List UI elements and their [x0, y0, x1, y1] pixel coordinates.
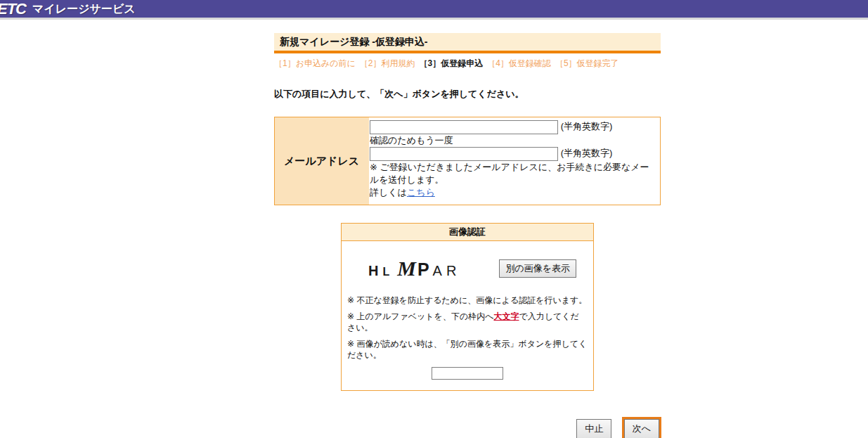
breadcrumb-steps: ［1］お申込みの前に［2］利用規約［3］仮登録申込［4］仮登録確認［5］仮登録完…	[274, 58, 661, 70]
action-buttons: 中止 次へ	[274, 419, 661, 438]
captcha-letter: R	[446, 263, 456, 279]
email-confirm-input[interactable]	[370, 147, 558, 161]
step-2: ［2］利用規約	[360, 58, 415, 68]
step-4: ［4］仮登録確認	[487, 58, 551, 68]
instruction-text: 以下の項目に入力して、「次へ」ボタンを押してください。	[274, 88, 661, 101]
cancel-button[interactable]: 中止	[576, 419, 611, 438]
captcha-input[interactable]	[432, 367, 503, 380]
page-title: 新規マイレージ登録 -仮登録申込-	[274, 33, 661, 53]
more-info-link[interactable]: こちら	[407, 187, 435, 198]
captcha-title: 画像認証	[342, 224, 593, 241]
more-info-prefix: 詳しくは	[370, 187, 407, 198]
step-5: ［5］仮登録完了	[555, 58, 619, 68]
main-content: 新規マイレージ登録 -仮登録申込- ［1］お申込みの前に［2］利用規約［3］仮登…	[274, 33, 661, 438]
site-header: ETC マイレージサービス	[0, 0, 868, 20]
email-notice-text: ※ ご登録いただきましたメールアドレスに、お手続きに必要なメールを送付します。	[370, 162, 649, 185]
step-1: ［1］お申込みの前に	[274, 58, 356, 68]
email-input-note: (半角英数字)	[561, 121, 613, 131]
captcha-notes: ※ 不正な登録を防止するために、画像による認証を行います。 ※ 上のアルファベッ…	[347, 295, 588, 361]
service-name: マイレージサービス	[32, 0, 136, 19]
captcha-letter: A	[433, 263, 442, 279]
captcha-body: HLMPAR 別の画像を表示 ※ 不正な登録を防止するために、画像による認証を行…	[342, 241, 593, 390]
next-button[interactable]: 次へ	[624, 419, 659, 438]
email-more-info: 詳しくはこちら	[370, 186, 656, 199]
email-confirm-label: 確認のためもう一度	[370, 134, 656, 147]
etc-logo: ETC	[0, 0, 26, 19]
captcha-note-1: ※ 不正な登録を防止するために、画像による認証を行います。	[347, 295, 588, 306]
captcha-letter: M	[397, 257, 416, 281]
email-row-label: メールアドレス	[275, 117, 369, 205]
email-notice: ※ ご登録いただきましたメールアドレスに、お手続きに必要なメールを送付します。	[370, 161, 656, 186]
captcha-note-3: ※ 画像が読めない時は、「別の画像を表示」ボタンを押してください。	[347, 338, 588, 361]
uppercase-emphasis: 大文字	[493, 311, 519, 321]
captcha-box: 画像認証 HLMPAR 別の画像を表示 ※ 不正な登録を防止するために、画像によ…	[341, 223, 594, 391]
step-3-current: ［3］仮登録申込	[420, 58, 484, 68]
captcha-note-2: ※ 上のアルファベットを、下の枠内へ大文字で入力してください。	[347, 311, 588, 333]
captcha-image: HLMPAR	[368, 257, 456, 281]
email-form-table: メールアドレス (半角英数字) 確認のためもう一度 (半角英数字) ※ ご登録い…	[274, 117, 661, 205]
captcha-letter: H	[368, 263, 378, 279]
email-row-body: (半角英数字) 確認のためもう一度 (半角英数字) ※ ご登録いただきましたメー…	[369, 117, 660, 205]
captcha-note-2-prefix: ※ 上のアルファベットを、下の枠内へ	[347, 311, 493, 321]
email-confirm-note: (半角英数字)	[561, 148, 613, 158]
refresh-captcha-button[interactable]: 別の画像を表示	[499, 259, 576, 278]
email-input[interactable]	[370, 120, 558, 134]
captcha-letter: P	[417, 259, 429, 280]
captcha-letter: L	[382, 266, 389, 278]
